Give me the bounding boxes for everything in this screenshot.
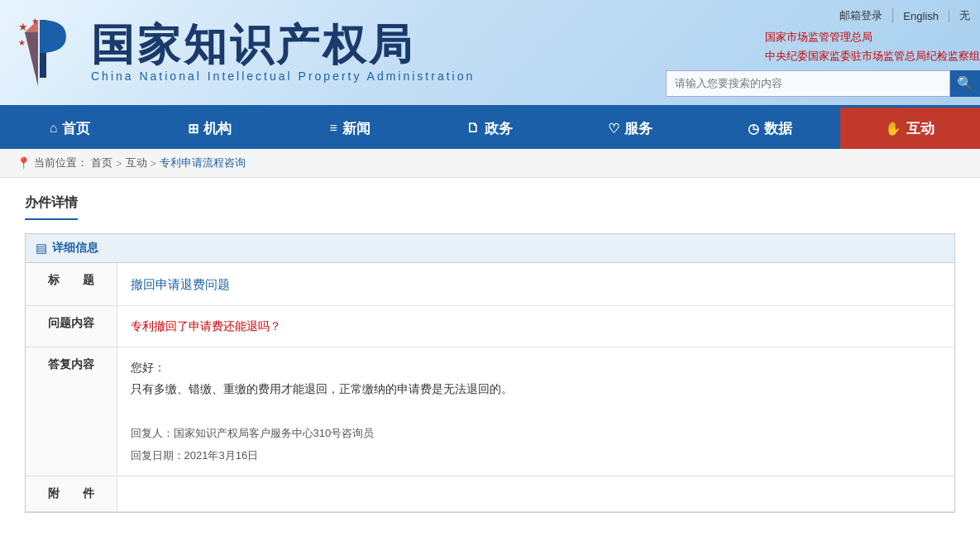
question-value: 专利撤回了申请费还能退吗？ (131, 319, 281, 333)
answer-date: 回复日期：2021年3月16日 (131, 446, 942, 465)
title-value: 撤回申请退费问题 (131, 277, 230, 291)
answer-body: 只有多缴、错缴、重缴的费用才能退回，正常缴纳的申请费是无法退回的。 (131, 379, 942, 400)
svg-marker-5 (25, 32, 38, 86)
related-links: 国家市场监管管理总局 中央纪委国家监委驻市场监管总局纪检监察组 (765, 28, 980, 65)
answer-greeting: 您好： (131, 357, 942, 378)
nav-home[interactable]: ⌂ 首页 (0, 108, 140, 149)
logo-text: 国家知识产权局 China National Intellectual Prop… (91, 23, 475, 83)
breadcrumb: 📍 当前位置： 首页 > 互动 > 专利申请流程咨询 (0, 149, 980, 178)
breadcrumb-prefix: 当前位置： (34, 156, 88, 170)
section-title: 办件详情 (25, 194, 78, 220)
breadcrumb-current: 专利申请流程咨询 (160, 156, 246, 170)
nav-interactive[interactable]: ✋ 互动 (840, 108, 980, 149)
nav-news[interactable]: ≡ 新闻 (280, 108, 420, 149)
label-answer: 答复内容 (26, 347, 117, 476)
table-row-attachment: 附 件 (26, 476, 954, 511)
value-question: 专利撤回了申请费还能退吗？ (117, 306, 954, 347)
nav-institution[interactable]: ⊞ 机构 (140, 108, 280, 149)
label-question: 问题内容 (26, 306, 117, 347)
table-row-answer: 答复内容 您好： 只有多缴、错缴、重缴的费用才能退回，正常缴纳的申请费是无法退回… (26, 347, 954, 476)
header-right: 邮箱登录 English 无 国家市场监管管理总局 中央纪委国家监委驻市场监管总… (633, 8, 980, 96)
logo-area: ★ ★ ★ 国家知识产权局 China National Intellectua… (0, 16, 633, 90)
label-title: 标 题 (26, 263, 117, 306)
news-icon: ≡ (330, 121, 337, 136)
label-attachment: 附 件 (26, 476, 117, 511)
logo-chinese: 国家知识产权局 (91, 23, 475, 66)
main-navigation: ⌂ 首页 ⊞ 机构 ≡ 新闻 🗋 政务 ♡ 服务 ◷ 数据 ✋ 互动 (0, 108, 980, 149)
nav-affairs[interactable]: 🗋 政务 (420, 108, 560, 149)
breadcrumb-interactive[interactable]: 互动 (126, 156, 147, 170)
breadcrumb-sep-2: > (151, 157, 157, 170)
table-row-title: 标 题 撤回申请退费问题 (26, 263, 954, 306)
english-link[interactable]: English (893, 10, 949, 22)
nav-institution-label: 机构 (203, 119, 232, 138)
institution-icon: ⊞ (188, 121, 198, 136)
table-header: ▤ 详细信息 (26, 234, 954, 263)
logo-icon: ★ ★ ★ (17, 16, 83, 90)
interactive-icon: ✋ (885, 121, 901, 136)
search-button[interactable]: 🔍 (950, 70, 980, 97)
nav-affairs-label: 政务 (485, 119, 513, 138)
site-header: ★ ★ ★ 国家知识产权局 China National Intellectua… (0, 0, 980, 108)
nav-data-label: 数据 (764, 119, 792, 138)
value-answer: 您好： 只有多缴、错缴、重缴的费用才能退回，正常缴纳的申请费是无法退回的。 回复… (117, 347, 954, 476)
wuzhang-link[interactable]: 无 (949, 8, 980, 23)
value-title: 撤回申请退费问题 (117, 263, 954, 306)
home-icon: ⌂ (50, 121, 58, 136)
logo-english: China National Intellectual Property Adm… (91, 69, 475, 83)
table-row-question: 问题内容 专利撤回了申请费还能退吗？ (26, 306, 954, 347)
header-top-links: 邮箱登录 English 无 (829, 8, 980, 23)
table-header-label: 详细信息 (52, 241, 98, 256)
value-attachment (117, 476, 954, 511)
answer-responder: 回复人：国家知识产权局客户服务中心310号咨询员 (131, 424, 942, 443)
data-icon: ◷ (748, 121, 759, 136)
breadcrumb-home[interactable]: 首页 (91, 156, 112, 170)
service-icon: ♡ (608, 121, 619, 136)
nav-service[interactable]: ♡ 服务 (560, 108, 700, 149)
search-input[interactable] (666, 70, 950, 97)
mail-login-link[interactable]: 邮箱登录 (829, 8, 893, 23)
nav-data[interactable]: ◷ 数据 (700, 108, 839, 149)
related-link-1[interactable]: 国家市场监管管理总局 (765, 28, 872, 46)
related-link-2[interactable]: 中央纪委国家监委驻市场监管总局纪检监察组 (765, 47, 980, 65)
search-bar: 🔍 (666, 70, 980, 97)
nav-service-label: 服务 (624, 119, 653, 138)
svg-text:★: ★ (18, 38, 26, 47)
nav-interactive-label: 互动 (906, 119, 935, 138)
answer-spacer (131, 400, 942, 420)
breadcrumb-sep-1: > (116, 157, 122, 170)
main-content: 办件详情 ▤ 详细信息 标 题 撤回申请退费问题 问题内容 (0, 178, 980, 529)
table-header-icon: ▤ (36, 241, 47, 256)
location-icon: 📍 (17, 156, 31, 170)
detail-table-wrapper: ▤ 详细信息 标 题 撤回申请退费问题 问题内容 专利撤回了申请费还能退吗？ (25, 233, 955, 513)
info-table: 标 题 撤回申请退费问题 问题内容 专利撤回了申请费还能退吗？ 答复内容 (26, 263, 954, 512)
nav-home-label: 首页 (62, 119, 90, 138)
nav-news-label: 新闻 (342, 119, 370, 138)
affairs-icon: 🗋 (466, 121, 480, 136)
search-icon: 🔍 (957, 75, 973, 91)
